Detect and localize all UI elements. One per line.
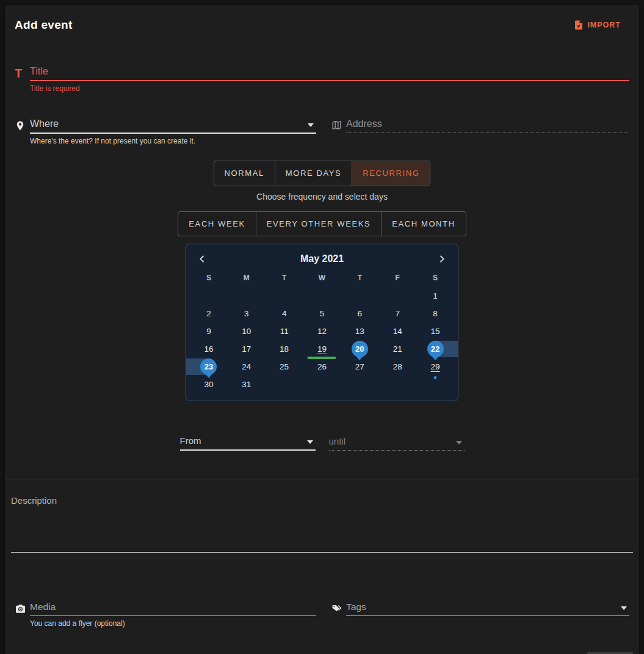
address-field-block [331,117,629,145]
day-number[interactable]: 19 [317,344,327,354]
from-dropdown-caret-icon [307,440,313,444]
calendar-day-cell[interactable]: 4 [266,305,303,322]
tab-recurring[interactable]: RECURRING [352,161,430,186]
from-time-select[interactable]: From [180,434,316,451]
day-number[interactable]: 29 [431,362,440,371]
selected-day-balloon[interactable]: 20 [352,341,368,357]
day-number[interactable]: 15 [431,327,440,336]
day-number[interactable]: 17 [242,344,251,354]
calendar-day-cell[interactable]: 13 [341,322,378,340]
day-number[interactable]: 11 [280,327,289,336]
calendar-weekday-row: S M T W T F S [190,271,454,285]
calendar-empty-cell [266,287,303,305]
calendar-day-cell[interactable]: 1 [416,287,454,305]
calendar-day-cell[interactable]: 22 [416,340,454,358]
day-number[interactable]: 25 [280,362,289,371]
day-number[interactable]: 10 [242,327,251,336]
day-number[interactable]: 16 [204,344,213,354]
day-number[interactable]: 5 [320,309,325,318]
calendar-empty-cell [303,376,341,393]
day-number[interactable]: 2 [206,309,211,318]
weekday-label: S [190,271,228,285]
calendar-day-cell[interactable]: 27 [341,358,378,376]
calendar-day-cell[interactable]: 23 [190,358,228,376]
calendar-day-cell[interactable]: 14 [378,322,416,340]
calendar-day-cell[interactable]: 7 [378,305,416,322]
tab-normal[interactable]: NORMAL [214,161,275,186]
calendar-day-cell[interactable]: 19 [303,340,341,358]
day-number[interactable]: 6 [358,309,363,318]
day-number[interactable]: 21 [393,344,402,354]
calendar-day-cell[interactable]: 9 [190,322,228,340]
calendar-day-cell[interactable]: 12 [303,322,341,340]
day-number[interactable]: 8 [433,309,438,318]
calendar-day-cell[interactable]: 21 [378,340,416,358]
address-input[interactable] [346,117,629,133]
calendar-day-cell[interactable]: 17 [228,340,266,358]
calendar-day-cell[interactable]: 31 [228,376,266,393]
calendar-day-cell[interactable]: 6 [341,305,378,322]
calendar-day-cell[interactable]: 11 [266,322,303,340]
where-field-block: Where's the event? If not present you ca… [15,117,316,145]
title-error-text: Title is required [30,84,629,93]
day-number[interactable]: 3 [244,309,249,318]
selected-day-balloon[interactable]: 22 [427,341,444,357]
calendar-day-cell[interactable]: 2 [190,305,228,322]
description-section [5,479,639,564]
weekday-label: T [341,271,378,285]
add-event-card: Add event IMPORT T Title is required [5,5,639,654]
tags-input[interactable] [346,600,617,616]
header: Add event IMPORT [5,5,639,32]
day-number[interactable]: 18 [280,344,289,354]
where-input[interactable] [30,117,304,133]
calendar-day-cell[interactable]: 8 [416,305,454,322]
day-number[interactable]: 30 [204,380,213,389]
chevron-right-icon [437,254,447,264]
until-label: until [329,435,346,450]
where-dropdown-caret-icon[interactable] [308,123,314,127]
frequency-each-month-button[interactable]: EACH MONTH [382,212,465,236]
frequency-every-other-weeks-button[interactable]: EVERY OTHER WEEKS [256,212,382,236]
calendar-day-cell[interactable]: 25 [266,358,303,376]
calendar-day-cell[interactable]: 3 [228,305,266,322]
calendar-day-cell[interactable]: 24 [228,358,266,376]
tags-dropdown-caret-icon[interactable] [621,606,627,610]
calendar-day-cell[interactable]: 15 [416,322,454,340]
media-input[interactable] [30,600,316,616]
calendar-day-cell[interactable]: 10 [228,322,266,340]
calendar-day-cell[interactable]: 29 [416,358,454,376]
tab-more-days[interactable]: MORE DAYS [275,161,352,186]
day-number[interactable]: 12 [317,327,327,336]
day-number[interactable]: 13 [355,327,364,336]
calendar-day-cell[interactable]: 28 [378,358,416,376]
day-number[interactable]: 26 [317,362,327,371]
description-textarea[interactable] [11,495,633,553]
day-number[interactable]: 1 [433,291,438,300]
calendar-day-cell[interactable]: 18 [266,340,303,358]
day-number[interactable]: 4 [282,309,287,318]
until-time-select[interactable]: until [329,434,465,451]
calendar-prev-month-button[interactable] [195,252,209,266]
title-input[interactable] [30,65,629,80]
calendar-day-cell[interactable]: 30 [190,376,228,393]
day-number[interactable]: 14 [393,327,402,336]
selected-day-balloon[interactable]: 23 [200,358,217,375]
day-number[interactable]: 27 [355,362,364,371]
day-number[interactable]: 9 [206,327,211,336]
frequency-each-week-button[interactable]: EACH WEEK [178,212,256,236]
title-field-block: T Title is required [5,65,639,93]
day-number[interactable]: 7 [395,309,400,318]
calendar-day-cell[interactable]: 16 [190,340,228,358]
day-number[interactable]: 31 [242,380,251,389]
calendar-day-cell[interactable]: 20 [341,340,378,358]
calendar-empty-cell [378,287,416,305]
day-number[interactable]: 28 [393,362,402,371]
day-number[interactable]: 24 [242,362,251,371]
until-dropdown-caret-icon [456,441,462,445]
calendar-day-cell[interactable]: 5 [303,305,341,322]
calendar-empty-cell [303,287,341,305]
calendar-empty-cell [416,376,454,393]
import-button[interactable]: IMPORT [573,20,621,31]
calendar-day-cell[interactable]: 26 [303,358,341,376]
calendar-next-month-button[interactable] [435,252,449,266]
